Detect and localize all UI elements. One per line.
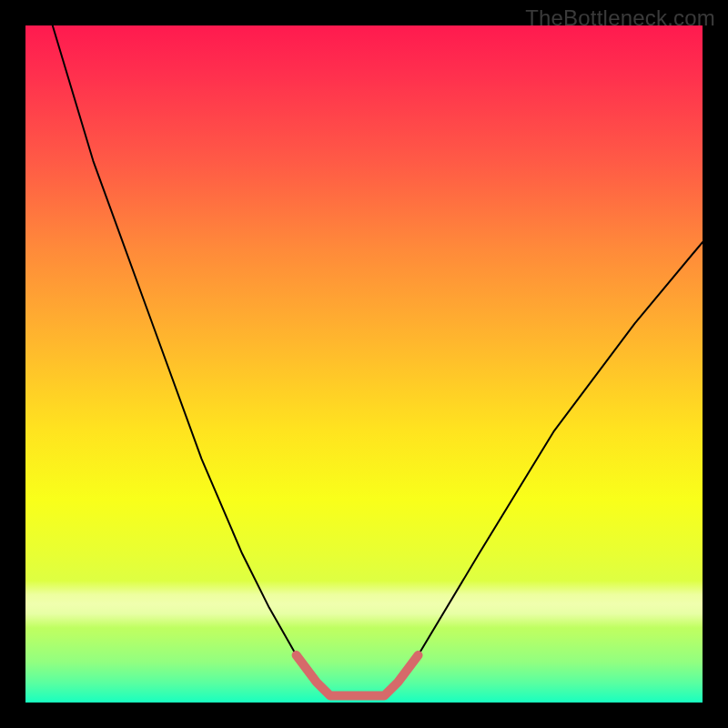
chart-svg	[25, 25, 703, 703]
series-optimal-zone-highlight	[297, 655, 419, 696]
watermark-text: TheBottleneck.com	[525, 5, 715, 31]
series-group	[53, 25, 703, 696]
chart-frame: TheBottleneck.com	[0, 0, 728, 728]
series-bottleneck-curve	[53, 25, 703, 696]
plot-area	[25, 25, 703, 703]
